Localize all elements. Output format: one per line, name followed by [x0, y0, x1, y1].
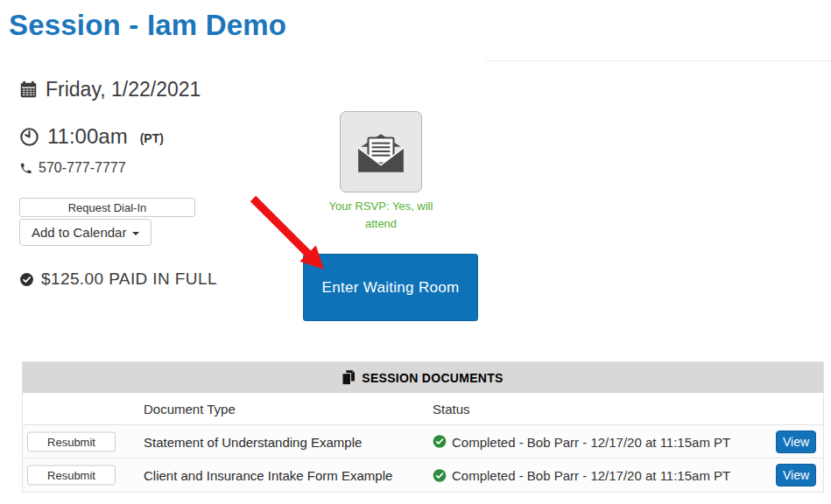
session-date-row: Friday, 1/22/2021: [19, 78, 201, 102]
column-header-document-type: Document Type: [144, 402, 236, 416]
session-documents-title: SESSION DOCUMENTS: [362, 371, 503, 385]
check-circle-green-icon: [433, 435, 447, 449]
rsvp-status-text: Your RSVP: Yes, will attend: [322, 198, 440, 232]
chevron-down-icon: [132, 232, 139, 235]
session-time-row: 11:00am (PT): [19, 124, 164, 149]
session-phone: 570-777-7777: [39, 160, 126, 176]
resubmit-button[interactable]: Resubmit: [27, 431, 116, 452]
add-to-calendar-button[interactable]: Add to Calendar: [19, 219, 151, 246]
status-text: Completed - Bob Parr - 12/17/20 at 11:15…: [452, 434, 730, 449]
payment-status: $125.00 PAID IN FULL: [41, 270, 217, 289]
table-row: Resubmit Client and Insurance Intake For…: [23, 458, 823, 492]
document-type-cell: Statement of Understanding Example: [144, 434, 362, 449]
session-documents-header: SESSION DOCUMENTS: [23, 362, 823, 393]
session-page: Session - Iam Demo Friday, 1/22/2021: [0, 0, 831, 504]
document-type-cell: Client and Insurance Intake Form Example: [144, 468, 392, 483]
session-phone-row: 570-777-7777: [19, 160, 126, 176]
envelope-open-icon: [356, 131, 406, 173]
page-title: Session - Iam Demo: [9, 9, 286, 42]
session-timezone: (PT): [140, 128, 164, 145]
payment-status-row: $125.00 PAID IN FULL: [19, 270, 217, 289]
session-date: Friday, 1/22/2021: [46, 78, 201, 102]
add-to-calendar-label: Add to Calendar: [32, 225, 126, 240]
enter-waiting-room-button[interactable]: Enter Waiting Room: [303, 254, 478, 321]
clock-icon: [19, 127, 39, 147]
column-header-status: Status: [433, 402, 470, 416]
table-column-headers: Document Type Status: [23, 393, 823, 425]
status-text: Completed - Bob Parr - 12/17/20 at 11:15…: [452, 468, 730, 483]
table-row: Resubmit Statement of Understanding Exam…: [23, 425, 823, 458]
status-cell: Completed - Bob Parr - 12/17/20 at 11:15…: [433, 468, 730, 483]
session-time: 11:00am: [47, 124, 128, 149]
status-cell: Completed - Bob Parr - 12/17/20 at 11:15…: [433, 434, 730, 449]
view-button[interactable]: View: [776, 430, 816, 453]
request-dial-in-button[interactable]: Request Dial-In: [19, 198, 195, 217]
documents-icon: [342, 370, 355, 385]
view-button[interactable]: View: [776, 464, 816, 486]
session-documents-table: SESSION DOCUMENTS Document Type Status R…: [22, 361, 824, 493]
rsvp-button[interactable]: [340, 111, 422, 192]
divider: [486, 60, 831, 61]
phone-icon: [19, 162, 32, 175]
check-circle-icon: [19, 272, 34, 287]
calendar-icon: [19, 80, 38, 99]
check-circle-green-icon: [433, 468, 447, 482]
resubmit-button[interactable]: Resubmit: [27, 466, 116, 486]
